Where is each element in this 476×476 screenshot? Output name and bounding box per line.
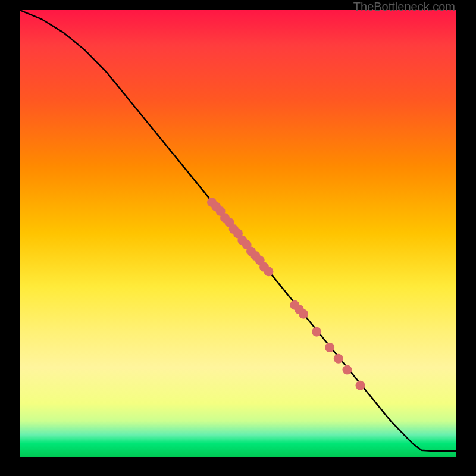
data-point	[312, 327, 321, 337]
data-point	[356, 381, 365, 390]
data-point	[343, 365, 352, 375]
data-point	[264, 267, 273, 276]
chart-points	[207, 198, 365, 390]
data-point	[334, 354, 343, 364]
chart-svg	[20, 10, 456, 457]
data-point	[299, 309, 308, 319]
data-point	[325, 343, 334, 352]
watermark-text: TheBottleneck.com	[353, 0, 455, 14]
